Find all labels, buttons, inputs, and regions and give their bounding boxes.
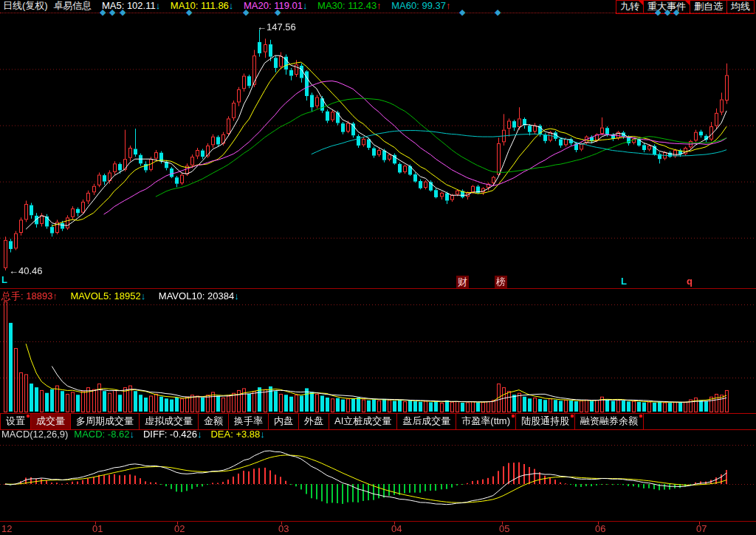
month-label: 04: [391, 523, 402, 534]
new-badge-icon: [27, 415, 30, 418]
nine-turn-diamond-icon: ◆: [109, 8, 115, 16]
ma-legend-item: MA10: 111.86↓: [171, 0, 236, 11]
indicator-tab-bar: 设置 成交量 多周期成交量 虚拟成交量 金额 换手率 内盘 外盘 AI立桩成交量…: [0, 413, 756, 430]
trading-terminal: 日线(复权) 卓易信息 MA5: 102.11↓ MA10: 111.86↓ M…: [0, 0, 756, 535]
month-label: 02: [174, 523, 185, 534]
month-label: 05: [499, 523, 509, 534]
left-arrow-icon: ←: [9, 265, 18, 276]
period-label[interactable]: 日线(复权): [3, 0, 48, 11]
month-label: 06: [595, 523, 605, 534]
chart-marker-box[interactable]: 财: [456, 276, 469, 289]
indicator-tab[interactable]: 换手率: [229, 414, 269, 429]
indicator-tab[interactable]: 多周期成交量: [71, 414, 140, 429]
nine-turn-diamond-icon: ◆: [275, 8, 281, 16]
indicator-tab[interactable]: 成交量: [31, 414, 71, 429]
new-badge-icon: [639, 415, 642, 418]
macd-legend-item: DIFF: -0.426↓: [143, 429, 202, 440]
month-label: 03: [278, 523, 289, 534]
nine-turn-diamond-icon: ◆: [673, 8, 679, 16]
corner-l-badge[interactable]: L: [1, 274, 7, 285]
new-badge-icon: [571, 415, 574, 418]
nine-turn-diamond-icon: ◆: [120, 8, 126, 16]
volume-legend-item: MAVOL10: 20384↓: [159, 290, 239, 301]
macd-param-label[interactable]: MACD(12,26,9): [1, 429, 68, 440]
volume-legend: 总手: 18893↑ MAVOL5: 18952↓ MAVOL10: 20384…: [1, 290, 250, 301]
indicator-tab[interactable]: AI立桩成交量: [329, 414, 397, 429]
ma-legend-item: MA30: 112.43↑: [317, 0, 384, 11]
indicator-tab[interactable]: 内盘: [269, 414, 299, 429]
volume-chart-canvas[interactable]: [0, 290, 756, 412]
macd-legend-item: MACD: -8.62↓: [74, 429, 134, 440]
indicator-tab[interactable]: 金额: [199, 414, 229, 429]
nine-turn-diamond-icon: ◆: [243, 8, 249, 16]
volume-legend-item: MAVOL5: 18952↓: [71, 290, 148, 301]
nine-turn-diamond-icon: ◆: [100, 8, 106, 16]
high-price-label: ←147.56: [257, 21, 296, 33]
month-label: 07: [696, 523, 707, 534]
nine-turn-diamond-icon: ◆: [495, 8, 501, 16]
low-price-label: ←40.46: [9, 265, 43, 276]
month-label: 01: [92, 523, 103, 534]
macd-legend-items: MACD: -8.62↓DIFF: -0.426↓DEA: +3.88↓: [74, 429, 274, 440]
panel-separator: [0, 288, 756, 289]
indicator-tab[interactable]: 盘后成交量: [397, 414, 456, 429]
chart-marker-cyan[interactable]: L: [621, 276, 627, 287]
chart-marker-box[interactable]: 榜: [495, 276, 507, 289]
indicator-tab[interactable]: 陆股通持股: [516, 414, 575, 429]
nine-turn-diamond-icon: ◆: [655, 8, 661, 16]
nine-turn-diamond-icon: ◆: [664, 8, 670, 16]
ma-legend: MA5: 102.11↓ MA10: 111.86↓ MA20: 119.01↓…: [94, 0, 451, 11]
candlestick-chart-canvas[interactable]: [0, 16, 756, 288]
left-arrow-icon: ←: [257, 21, 267, 33]
stock-name[interactable]: 卓易信息: [53, 0, 92, 11]
indicator-tab[interactable]: 融资融券余额: [575, 414, 644, 429]
indicator-tab[interactable]: 市盈率(ttm): [456, 414, 516, 429]
indicator-tab[interactable]: 外盘: [299, 414, 329, 429]
chart-marker-red[interactable]: q: [687, 276, 693, 287]
indicator-tab[interactable]: 设置: [0, 414, 31, 429]
nine-turn-diamond-icon: ◆: [459, 8, 465, 16]
ma-legend-item: MA60: 99.37↑: [391, 0, 450, 11]
volume-legend-item: 总手: 18893↑: [1, 290, 61, 301]
macd-chart-canvas[interactable]: [0, 440, 756, 521]
indicator-tab[interactable]: 虚拟成交量: [140, 414, 199, 429]
macd-legend: MACD(12,26,9)MACD: -8.62↓DIFF: -0.426↓DE…: [1, 429, 274, 440]
month-label: 12: [1, 523, 12, 534]
macd-legend-item: DEA: +3.88↓: [210, 429, 264, 440]
new-badge-icon: [512, 415, 515, 418]
time-axis[interactable]: 1201020304050607: [0, 521, 756, 535]
nine-turn-diamond-icon: ◆: [186, 8, 192, 16]
